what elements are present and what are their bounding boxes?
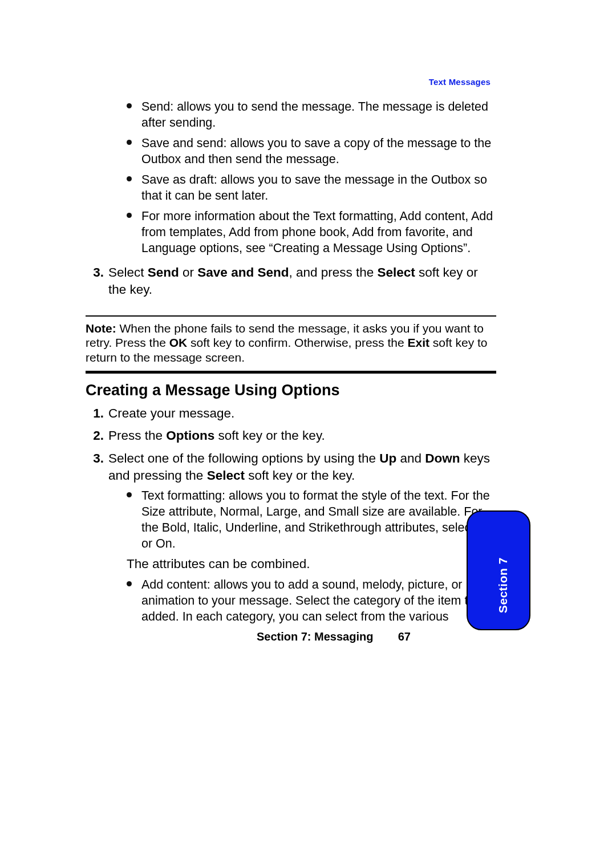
footer-section-label: Section 7: Messaging [257,630,374,643]
note-block: Note: When the phone fails to send the m… [86,321,496,365]
section-tab-label: Section 7 [496,557,510,613]
bullet-list-continued: Send: allows you to send the message. Th… [86,99,496,256]
step-body: Press the Options soft key or the key. [108,427,496,444]
page-number: 67 [376,630,411,643]
list-item: Add content: allows you to add a sound, … [127,577,496,625]
list-item-text: Send: allows you to send the message. Th… [141,99,496,131]
step-3: 3. Select Send or Save and Send, and pre… [86,264,496,298]
text-run: Select [108,265,148,279]
list-item-text: Save and send: allows you to save a copy… [141,136,496,168]
list-item: For more information about the Text form… [127,209,496,257]
step-number: 2. [86,427,108,444]
text-run: soft key or the key. [245,468,355,483]
running-header: Text Messages [86,77,496,87]
bullet-icon [127,577,141,625]
page-footer: Section 7: Messaging 67 [86,630,411,643]
bold-save-and-send: Save and Send [197,265,289,279]
page-body: Text Messages Send: allows you to send t… [86,77,496,625]
section-tab: Section 7 [467,510,530,630]
rule-thin [86,315,496,317]
bullet-icon [127,172,141,204]
section-heading: Creating a Message Using Options [86,382,496,399]
list-item: Text formatting: allows you to format th… [127,488,496,552]
bold-options: Options [166,428,214,443]
step-body: Create your message. [108,405,496,422]
list-item-text: Text formatting: allows you to format th… [141,488,496,552]
note-text: soft key to confirm. Otherwise, press th… [187,336,407,349]
text-run: , and press the [289,265,377,279]
text-run: and [396,451,425,465]
list-item-text: Add content: allows you to add a sound, … [141,577,496,625]
step-3b: 3. Select one of the following options b… [86,450,496,484]
bullet-icon [127,99,141,131]
step-2: 2. Press the Options soft key or the key… [86,427,496,444]
step-number: 3. [86,450,108,484]
text-run: or [179,265,198,279]
bullet-list-options-2: Add content: allows you to add a sound, … [86,577,496,625]
text-run: Select one of the following options by u… [108,451,379,465]
step-number: 3. [86,264,108,298]
bold-up: Up [379,451,396,465]
list-item: Save and send: allows you to save a copy… [127,136,496,168]
rule-heavy [86,371,496,374]
inline-note: The attributes can be combined. [127,556,496,573]
bold-exit: Exit [407,336,429,349]
text-run: soft key or the key. [214,428,325,443]
bold-down: Down [425,451,460,465]
step-number: 1. [86,405,108,422]
bold-select2: Select [207,468,245,483]
step-1: 1. Create your message. [86,405,496,422]
bold-send: Send [148,265,179,279]
bullet-icon [127,209,141,257]
step-body: Select Send or Save and Send, and press … [108,264,496,298]
bullet-icon [127,136,141,168]
list-item-text: For more information about the Text form… [141,209,496,257]
list-item: Save as draft: allows you to save the me… [127,172,496,204]
list-item: Send: allows you to send the message. Th… [127,99,496,131]
list-item-text: Save as draft: allows you to save the me… [141,172,496,204]
bullet-list-options: Text formatting: allows you to format th… [86,488,496,552]
bold-ok: OK [169,336,188,349]
bullet-icon [127,488,141,552]
step-body: Select one of the following options by u… [108,450,496,484]
bold-select: Select [378,265,415,279]
note-label: Note: [86,322,116,335]
text-run: Press the [108,428,166,443]
